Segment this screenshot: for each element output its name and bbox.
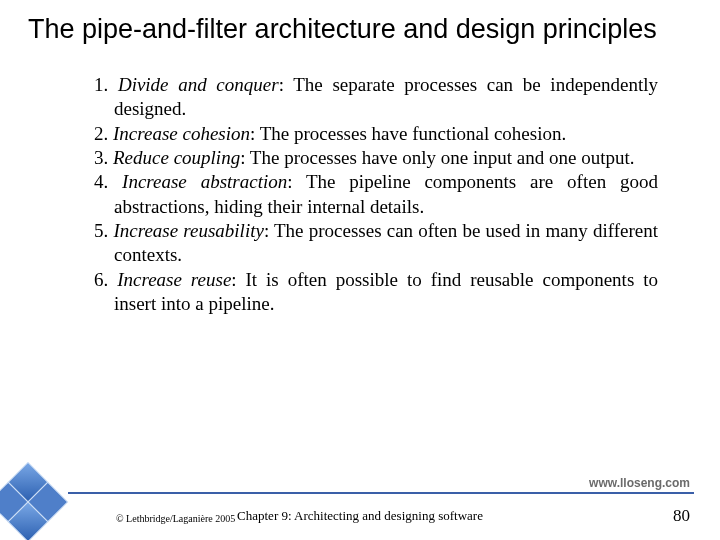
item-number: 5. — [94, 220, 108, 241]
principle-name: Divide and conquer — [118, 74, 279, 95]
item-number: 3. — [94, 147, 108, 168]
principle-name: Increase cohesion — [113, 123, 250, 144]
item-number: 2. — [94, 123, 108, 144]
page-number: 80 — [673, 506, 690, 526]
divider — [68, 492, 694, 494]
item-number: 4. — [94, 171, 108, 192]
chapter-label: Chapter 9: Architecting and designing so… — [0, 508, 720, 524]
slide-footer: www.lloseng.com © Lethbridge/Laganière 2… — [0, 468, 720, 540]
principle-desc: : The processes have only one input and … — [240, 147, 634, 168]
list-item: 3. Reduce coupling: The processes have o… — [94, 146, 658, 170]
item-number: 1. — [94, 74, 108, 95]
slide-title: The pipe-and-filter architecture and des… — [28, 14, 692, 45]
principles-list: 1. Divide and conquer: The separate proc… — [28, 73, 692, 316]
principle-desc: : The processes have functional cohesion… — [250, 123, 566, 144]
list-item: 1. Divide and conquer: The separate proc… — [94, 73, 658, 122]
item-number: 6. — [94, 269, 108, 290]
list-item: 4. Increase abstraction: The pipeline co… — [94, 170, 658, 219]
principle-name: Increase abstraction — [122, 171, 287, 192]
website-label: www.lloseng.com — [589, 476, 690, 490]
list-item: 5. Increase reusability: The processes c… — [94, 219, 658, 268]
list-item: 2. Increase cohesion: The processes have… — [94, 122, 658, 146]
principle-name: Increase reuse — [117, 269, 231, 290]
principle-name: Increase reusability — [113, 220, 263, 241]
slide: The pipe-and-filter architecture and des… — [0, 0, 720, 540]
principle-name: Reduce coupling — [113, 147, 240, 168]
list-item: 6. Increase reuse: It is often possible … — [94, 268, 658, 317]
corner-decoration-icon — [0, 462, 78, 540]
